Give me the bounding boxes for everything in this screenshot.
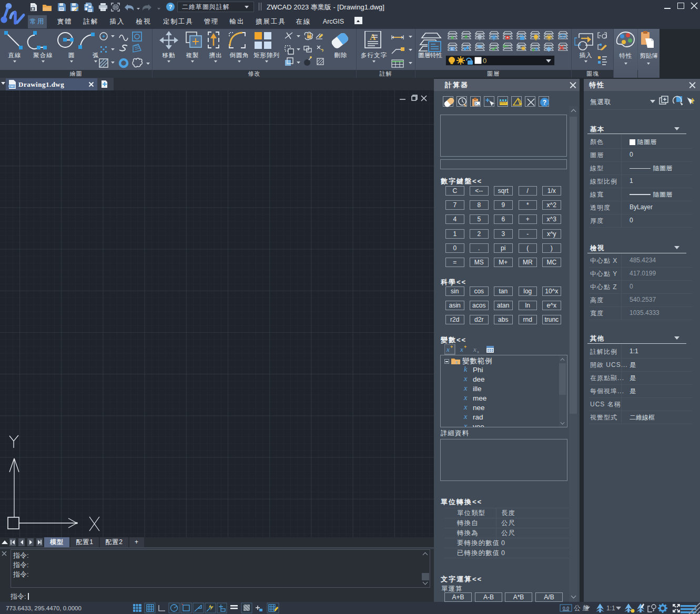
svg-text:+: + [464,344,466,350]
svg-text:?: ? [543,99,546,106]
svg-text:x: x [455,359,458,364]
svg-text:?: ? [169,4,173,10]
svg-text:x: x [477,350,479,354]
svg-text:0.0: 0.0 [563,606,570,611]
svg-text:x: x [446,345,450,353]
svg-text:x: x [460,345,463,353]
svg-text:+: + [450,344,453,350]
svg-text:1:1: 1:1 [606,605,615,612]
svg-text:DWG: DWG [8,85,15,88]
svg-text:x: x [473,345,476,353]
